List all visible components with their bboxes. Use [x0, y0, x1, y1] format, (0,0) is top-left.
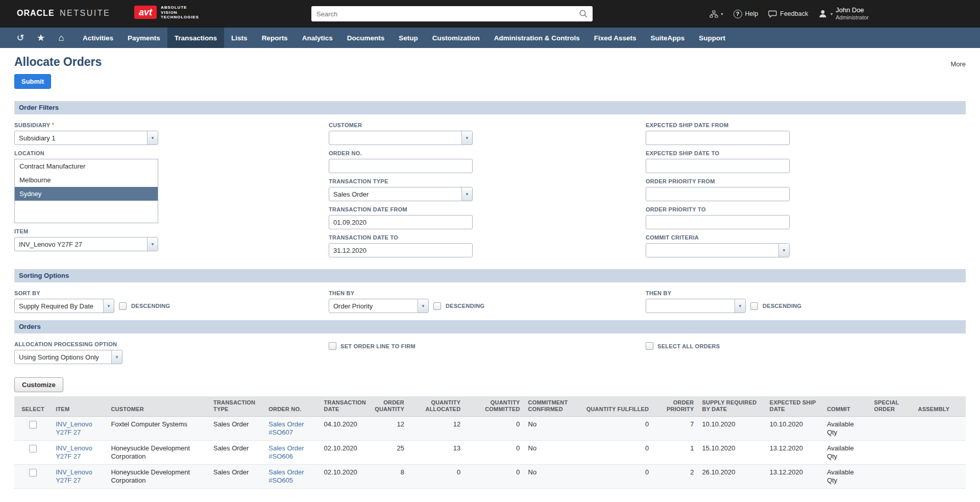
- avt-logo-badge: avt: [134, 6, 157, 19]
- col-header-special-order: SPECIAL ORDER: [870, 396, 914, 417]
- help-button[interactable]: ? Help: [733, 10, 758, 18]
- recents-icon[interactable]: ↺: [12, 28, 29, 48]
- user-info: John Doe Administrator: [836, 7, 869, 21]
- item-link[interactable]: INV_Lenovo Y27F 27: [56, 468, 92, 484]
- expected-ship-date-cell: 13.12.2020: [766, 441, 823, 465]
- row-select-checkbox[interactable]: [29, 445, 37, 452]
- row-select-checkbox[interactable]: [29, 421, 37, 428]
- transaction-type-field: TRANSACTION TYPE Sales Order ▼: [329, 178, 646, 201]
- select-all-orders-checkbox[interactable]: [646, 342, 653, 350]
- order-priority-from-input[interactable]: [646, 187, 790, 201]
- order-quantity-cell: 25: [369, 441, 408, 465]
- then-by-1-descending-checkbox[interactable]: [433, 302, 441, 310]
- sort-by-descending-checkbox[interactable]: [119, 302, 127, 310]
- quantity-fulfilled-cell: 0: [581, 441, 653, 465]
- col-header-order-no: ORDER NO.: [264, 396, 320, 417]
- location-listbox[interactable]: Contract ManufacturerMelbourneSydney: [14, 159, 158, 223]
- quantity-allocated-cell: 13: [408, 441, 464, 465]
- user-menu[interactable]: ▾ John Doe Administrator: [818, 7, 869, 21]
- expected-ship-date-cell: 10.10.2020: [766, 417, 823, 441]
- transaction-date-cell: 02.10.2020: [320, 441, 369, 465]
- customize-button[interactable]: Customize: [14, 377, 63, 392]
- location-option-melbourne[interactable]: Melbourne: [15, 173, 158, 187]
- nav-item-fixed-assets[interactable]: Fixed Assets: [587, 28, 644, 48]
- nav-item-suiteapps[interactable]: SuiteApps: [644, 28, 692, 48]
- home-icon[interactable]: ⌂: [53, 28, 69, 48]
- nav-item-lists[interactable]: Lists: [224, 28, 255, 48]
- dropdown-arrow-icon[interactable]: ▼: [418, 299, 428, 313]
- order-no-link[interactable]: Sales Order #SO605: [268, 468, 304, 484]
- assembly-cell: [914, 417, 966, 441]
- then-by-2-select[interactable]: ▼: [646, 299, 746, 313]
- set-order-line-to-firm-checkbox[interactable]: [329, 342, 336, 350]
- nav-item-administration-controls[interactable]: Administration & Controls: [487, 28, 587, 48]
- selected-value: Order Priority: [329, 302, 418, 310]
- then-by-2-descending-checkbox[interactable]: [750, 302, 758, 310]
- item-select[interactable]: INV_Lenovo Y27F 27 ▼: [14, 237, 158, 251]
- item-link[interactable]: INV_Lenovo Y27F 27: [56, 444, 92, 460]
- nav-item-documents[interactable]: Documents: [340, 28, 392, 48]
- nav-item-activities[interactable]: Activities: [76, 28, 120, 48]
- orders-options-grid: ALLOCATION PROCESSING OPTION Using Sorti…: [14, 341, 966, 364]
- sort-by-select[interactable]: Supply Required By Date ▼: [14, 299, 114, 313]
- order-filters-grid: SUBSIDIARY* Subsidiary 1 ▼ LOCATION Cont…: [14, 122, 966, 262]
- nav-item-analytics[interactable]: Analytics: [295, 28, 340, 48]
- location-option-sydney[interactable]: Sydney: [15, 187, 158, 201]
- order-no-input[interactable]: [329, 159, 473, 173]
- dropdown-arrow-icon[interactable]: ▼: [103, 299, 114, 313]
- dropdown-arrow-icon[interactable]: ▼: [734, 299, 745, 313]
- col-header-transaction-date: TRANSACTION DATE: [320, 396, 369, 417]
- subsidiary-select[interactable]: Subsidiary 1 ▼: [14, 131, 158, 145]
- shortcuts-star-icon[interactable]: ★: [33, 28, 49, 48]
- more-link[interactable]: More: [950, 60, 966, 69]
- nav-item-payments[interactable]: Payments: [120, 28, 167, 48]
- col-header-commitment-confirmed: COMMITMENT CONFIRMED: [524, 396, 581, 417]
- col-header-item: ITEM: [52, 396, 107, 417]
- search-icon[interactable]: [579, 9, 588, 18]
- transaction-type-select[interactable]: Sales Order ▼: [329, 187, 473, 201]
- commit-criteria-select[interactable]: ▼: [646, 243, 790, 257]
- selected-value: [329, 138, 461, 138]
- roles-menu[interactable]: ▾: [709, 10, 723, 18]
- expected-ship-date-from-input[interactable]: [646, 131, 790, 145]
- dropdown-arrow-icon[interactable]: ▼: [147, 131, 158, 145]
- item-cell: INV_Lenovo Y27F 27: [52, 441, 107, 465]
- feedback-button[interactable]: Feedback: [768, 10, 808, 18]
- dropdown-arrow-icon[interactable]: ▼: [147, 237, 158, 251]
- submit-button-top[interactable]: Submit: [14, 74, 51, 89]
- then-by-1-label: THEN BY: [329, 290, 646, 297]
- dropdown-arrow-icon[interactable]: ▼: [461, 131, 472, 145]
- expected-ship-date-to-input[interactable]: [646, 159, 790, 173]
- transaction-date-to-input[interactable]: [329, 243, 473, 257]
- then-by-1-select[interactable]: Order Priority ▼: [329, 299, 429, 313]
- nav-item-customization[interactable]: Customization: [425, 28, 487, 48]
- oracle-netsuite-logo: ORACLE NETSUITE: [17, 9, 110, 18]
- allocation-processing-option-select[interactable]: Using Sorting Options Only ▼: [14, 350, 122, 364]
- select-all-orders-label: SELECT ALL ORDERS: [657, 343, 720, 349]
- nav-item-setup[interactable]: Setup: [391, 28, 425, 48]
- search-input[interactable]: [311, 6, 593, 21]
- order-no-link[interactable]: Sales Order #SO606: [268, 444, 304, 460]
- nav-item-support[interactable]: Support: [692, 28, 732, 48]
- row-select-checkbox[interactable]: [29, 469, 37, 476]
- customer-select[interactable]: ▼: [329, 131, 473, 145]
- allocation-processing-option-label: ALLOCATION PROCESSING OPTION: [14, 341, 329, 348]
- dropdown-arrow-icon[interactable]: ▼: [778, 244, 789, 257]
- nav-item-reports[interactable]: Reports: [255, 28, 295, 48]
- order-no-link[interactable]: Sales Order #SO607: [268, 420, 304, 436]
- dropdown-arrow-icon[interactable]: ▼: [111, 350, 122, 364]
- selected-value: Subsidiary 1: [15, 134, 147, 142]
- section-header-sorting-options: Sorting Options: [14, 269, 966, 282]
- order-priority-from-field: ORDER PRIORITY FROM: [646, 178, 966, 201]
- transaction-type-cell: Sales Order: [209, 465, 264, 489]
- nav-item-transactions[interactable]: Transactions: [167, 28, 224, 48]
- item-link[interactable]: INV_Lenovo Y27F 27: [56, 420, 92, 436]
- order-row: INV_Lenovo Y27F 27Honeysuckle Developmen…: [14, 441, 966, 465]
- order-priority-to-input[interactable]: [646, 215, 790, 229]
- dropdown-arrow-icon[interactable]: ▼: [461, 187, 472, 201]
- transaction-date-from-input[interactable]: [329, 215, 473, 229]
- location-option-contract-manufacturer[interactable]: Contract Manufacturer: [15, 159, 158, 173]
- location-field: LOCATION Contract ManufacturerMelbourneS…: [14, 150, 329, 223]
- commitment-confirmed-cell: No: [524, 465, 581, 489]
- col-header-order-quantity: ORDER QUANTITY: [369, 396, 408, 417]
